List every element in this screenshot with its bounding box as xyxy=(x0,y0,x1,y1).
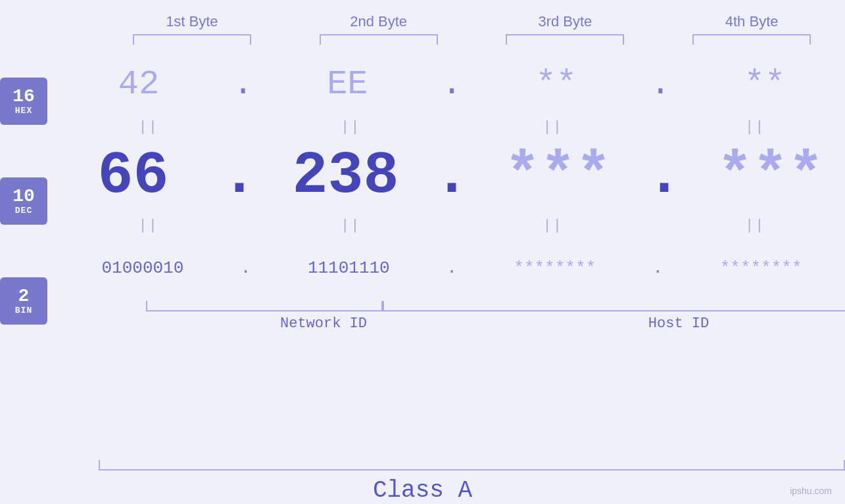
dec-cell-2: 238 xyxy=(260,143,431,210)
bottom-brackets xyxy=(146,301,845,311)
bracket-network xyxy=(146,301,383,311)
dot-dec-1: . xyxy=(222,143,257,210)
dec-badge: 10 DEC xyxy=(0,177,47,225)
eq-1-3: || xyxy=(452,119,654,135)
bin-cell-3: ******** xyxy=(460,258,650,278)
dec-val-3: *** xyxy=(504,143,611,210)
hex-val-1: 42 xyxy=(118,65,159,104)
hex-cell-1: 42 xyxy=(47,65,230,104)
byte-headers: 1st Byte 2nd Byte 3rd Byte 4th Byte xyxy=(0,13,845,30)
equals-row-1: || || || || xyxy=(47,117,845,137)
eq-2-3: || xyxy=(452,218,654,234)
bin-val-1: 01000010 xyxy=(101,258,183,278)
eq-1-1: || xyxy=(47,119,250,135)
dec-badge-num: 10 xyxy=(12,187,35,206)
hex-badge-label: HEX xyxy=(15,106,32,116)
dot-bin-2: . xyxy=(447,258,457,278)
badges-column: 16 HEX 10 DEC 2 BIN xyxy=(0,51,47,325)
bin-val-2: 11101110 xyxy=(308,258,390,278)
bottom-labels: Network ID Host ID xyxy=(146,315,845,332)
hex-cell-4: ** xyxy=(673,65,845,104)
bracket-top-4 xyxy=(692,34,811,45)
dot-bin-1: . xyxy=(241,258,251,278)
bin-row: 01000010 . 11101110 . ******** . *******… xyxy=(47,235,845,301)
equals-row-2: || || || || xyxy=(47,216,845,235)
data-columns: 42 . EE . ** . ** || || || || xyxy=(47,51,845,332)
bin-val-3: ******** xyxy=(514,258,596,278)
eq-1-4: || xyxy=(654,119,846,135)
dec-val-2: 238 xyxy=(292,143,398,210)
dec-cell-1: 66 xyxy=(47,143,219,210)
hex-cell-3: ** xyxy=(465,65,648,104)
dot-bin-3: . xyxy=(653,258,664,278)
eq-2-1: || xyxy=(47,218,250,234)
dot-hex-3: . xyxy=(650,65,671,104)
dot-hex-1: . xyxy=(233,65,253,104)
bracket-top-2 xyxy=(320,34,438,45)
main-content: 16 HEX 10 DEC 2 BIN 42 . EE xyxy=(0,51,845,453)
eq-2-4: || xyxy=(654,218,846,234)
byte3-header: 3rd Byte xyxy=(472,13,659,30)
byte4-header: 4th Byte xyxy=(658,13,845,30)
dot-dec-3: . xyxy=(646,143,682,210)
watermark: ipshu.com xyxy=(790,486,832,496)
bracket-host-line xyxy=(383,301,845,311)
bottom-section: Network ID Host ID xyxy=(47,301,845,332)
dec-cell-4: *** xyxy=(685,143,845,210)
bracket-top-1 xyxy=(133,34,251,45)
dec-row: 66 . 238 . *** . *** xyxy=(47,137,845,216)
bin-badge-num: 2 xyxy=(18,287,30,306)
bin-val-4: ******** xyxy=(720,258,802,278)
bin-badge-label: BIN xyxy=(15,306,32,315)
dot-hex-2: . xyxy=(441,65,462,104)
top-brackets xyxy=(0,34,845,45)
main-container: 1st Byte 2nd Byte 3rd Byte 4th Byte 16 H… xyxy=(0,0,845,504)
dot-dec-2: . xyxy=(434,143,470,210)
hex-badge: 16 HEX xyxy=(0,78,47,125)
byte1-header: 1st Byte xyxy=(99,13,285,30)
dec-val-4: *** xyxy=(717,143,823,210)
hex-val-4: ** xyxy=(744,65,785,104)
hex-cell-2: EE xyxy=(256,65,439,104)
bin-cell-1: 01000010 xyxy=(47,258,238,278)
eq-1-2: || xyxy=(250,119,452,135)
hex-badge-num: 16 xyxy=(12,87,35,106)
hex-val-3: ** xyxy=(535,65,576,104)
host-id-label: Host ID xyxy=(501,315,845,332)
dec-val-1: 66 xyxy=(97,143,168,210)
bin-cell-2: 11101110 xyxy=(253,258,444,278)
hex-row: 42 . EE . ** . ** xyxy=(47,51,845,117)
byte2-header: 2nd Byte xyxy=(285,13,472,30)
class-label: Class A xyxy=(0,477,845,504)
dec-cell-3: *** xyxy=(472,143,644,210)
hex-val-2: EE xyxy=(327,65,368,104)
bracket-top-3 xyxy=(506,34,624,45)
dec-badge-label: DEC xyxy=(15,206,32,216)
full-bottom-bracket xyxy=(99,460,845,470)
bracket-network-line xyxy=(146,301,383,311)
bin-cell-4: ******** xyxy=(665,258,845,278)
bin-badge: 2 BIN xyxy=(0,277,47,325)
eq-2-2: || xyxy=(250,218,452,234)
bracket-host xyxy=(383,301,845,311)
network-id-label: Network ID xyxy=(146,315,501,332)
